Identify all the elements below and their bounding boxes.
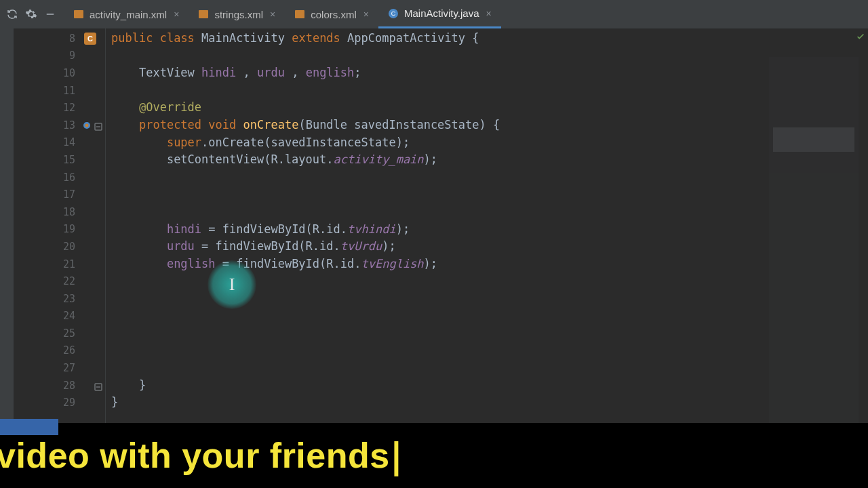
line-number: 15 (56, 154, 75, 166)
line-number: 26 (56, 344, 75, 357)
method-name: onCreate (243, 118, 299, 131)
line-number: 20 (56, 241, 75, 253)
breakpoint-icon[interactable] (81, 120, 92, 131)
keyword: extends (292, 31, 340, 45)
keyword: protected (139, 118, 201, 131)
svg-rect-2 (199, 10, 208, 18)
line-number: 11 (56, 85, 75, 97)
line-number: 18 (56, 206, 75, 218)
tab-activity-main-xml[interactable]: activity_main.xml × (64, 0, 189, 28)
svg-rect-1 (74, 10, 83, 18)
tab-label: colors.xml (311, 9, 357, 20)
tab-label: strings.xml (214, 9, 263, 20)
gutter-line[interactable]: 25 (14, 325, 105, 342)
gutter-line[interactable]: 28 (14, 377, 105, 394)
gutter-line[interactable]: 27 (14, 359, 105, 377)
gutter-line[interactable]: 9 (14, 47, 105, 65)
tab-strings-xml[interactable]: strings.xml × (189, 0, 285, 28)
close-icon[interactable]: × (486, 8, 492, 19)
brace: } (139, 378, 146, 392)
caption-caret: | (386, 435, 408, 476)
tab-label: MainActivity.java (404, 7, 479, 19)
gutter-line[interactable]: 29 (14, 394, 105, 411)
svg-text:C: C (391, 10, 396, 17)
video-caption-overlay: video with your friends| (0, 423, 868, 488)
xml-file-icon (73, 9, 84, 20)
keyword: public (111, 31, 153, 45)
close-icon[interactable]: × (270, 9, 275, 20)
gutter-line[interactable]: 26 (14, 342, 105, 360)
class-gutter-icon[interactable]: C (84, 33, 96, 45)
field: urdu (167, 239, 195, 253)
editor-area: 8C91011121314151617181920212223242526272… (0, 28, 868, 488)
close-icon[interactable]: × (363, 9, 369, 20)
gutter-line[interactable]: 16 (14, 169, 105, 186)
line-number: 21 (56, 258, 75, 270)
line-number: 9 (56, 49, 75, 62)
resource: tvUrdu (340, 239, 382, 253)
gutter-line[interactable]: 12 (14, 99, 105, 117)
sync-icon[interactable] (4, 6, 20, 22)
gutter-line[interactable]: 22 (14, 272, 105, 290)
xml-file-icon (198, 9, 209, 20)
line-number: 13 (56, 119, 75, 131)
line-number: 19 (56, 223, 75, 235)
line-number: 8 (56, 33, 75, 45)
keyword: super (167, 136, 201, 149)
gutter-line[interactable]: 21 (14, 256, 105, 273)
line-number: 23 (56, 293, 75, 305)
gutter-line[interactable]: 15 (14, 151, 105, 169)
svg-rect-3 (295, 10, 304, 18)
brace: } (111, 395, 118, 409)
line-number: 28 (56, 380, 75, 392)
analysis-strip[interactable] (859, 28, 868, 488)
gutter-line[interactable]: 20 (14, 238, 105, 256)
editor-minimap[interactable] (769, 57, 859, 457)
gutter-line[interactable]: 19 (14, 221, 105, 239)
gutter-line[interactable]: 24 (14, 308, 105, 325)
line-number: 24 (56, 310, 75, 322)
minimap-thumb[interactable] (773, 127, 854, 152)
brace: { (465, 31, 479, 45)
line-number: 29 (56, 396, 75, 409)
code-editor[interactable]: 8C91011121314151617181920212223242526272… (14, 28, 868, 488)
tab-colors-xml[interactable]: colors.xml × (285, 0, 378, 28)
type: TextView (139, 66, 201, 79)
line-number: 17 (56, 188, 75, 201)
gutter-line[interactable]: 23 (14, 290, 105, 308)
gutter-line[interactable]: 10 (14, 64, 105, 82)
run-panel-handle[interactable] (0, 419, 58, 435)
fold-toggle-icon[interactable] (94, 382, 102, 390)
code-content[interactable]: public class MainActivity extends AppCom… (106, 28, 868, 488)
resource: tvEnglish (361, 257, 423, 270)
svg-point-7 (85, 123, 89, 127)
keyword: class (160, 31, 195, 45)
editor-tabs: activity_main.xml × strings.xml × colors… (64, 0, 501, 28)
line-number: 12 (56, 102, 75, 114)
caption-text: video with your friends (0, 435, 390, 476)
field: hindi (167, 222, 201, 236)
gutter-line[interactable]: 18 (14, 203, 105, 221)
gutter-line[interactable]: 13 (14, 117, 105, 134)
gutter-line[interactable]: 11 (14, 82, 105, 100)
line-number: 27 (56, 362, 75, 374)
xml-file-icon (294, 9, 305, 20)
line-number: 16 (56, 171, 75, 184)
resource: activity_main (334, 152, 424, 166)
line-number: 10 (56, 67, 75, 79)
fold-toggle-icon[interactable] (94, 121, 102, 129)
toolbar-icons (0, 0, 61, 28)
gutter-line[interactable]: 8C (14, 30, 105, 47)
tab-main-activity-java[interactable]: C MainActivity.java × (378, 0, 501, 28)
java-class-icon: C (388, 8, 399, 19)
class-name: MainActivity (201, 31, 285, 45)
line-number: 22 (56, 275, 75, 287)
field: english (306, 66, 355, 79)
annotation: @Override (139, 100, 201, 114)
minimize-icon[interactable] (42, 6, 58, 22)
gutter-line[interactable]: 17 (14, 186, 105, 203)
gutter-line[interactable]: 14 (14, 134, 105, 152)
gear-icon[interactable] (23, 6, 39, 22)
tab-label: activity_main.xml (90, 9, 167, 20)
close-icon[interactable]: × (174, 9, 179, 20)
